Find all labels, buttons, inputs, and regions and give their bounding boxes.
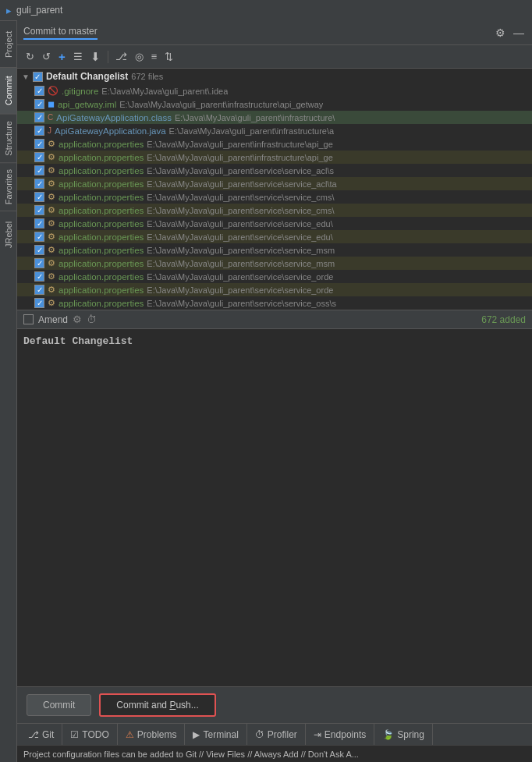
file-row[interactable]: ✓ ⚙ application.properties E:\Java\MyJav… [17, 137, 532, 151]
git-label: Git [42, 729, 54, 740]
status-tab-todo[interactable]: ☑ TODO [62, 724, 117, 745]
status-tab-terminal[interactable]: ▶ Terminal [185, 724, 246, 745]
file-row[interactable]: ✓ ⚙ application.properties E:\Java\MyJav… [17, 204, 532, 217]
file-type-icon: ⚙ [48, 285, 55, 295]
changelist-header[interactable]: ▼ ✓ Default Changelist 672 files [17, 69, 532, 84]
add-btn[interactable]: + [56, 48, 68, 65]
file-checkbox[interactable]: ✓ [34, 205, 44, 215]
git-icon: ⎇ [28, 729, 39, 740]
app-title: guli_parent [16, 5, 62, 16]
file-row[interactable]: ✓ ⚙ application.properties E:\Java\MyJav… [17, 230, 532, 243]
file-type-icon: ⚙ [48, 271, 55, 282]
file-checkbox[interactable]: ✓ [34, 165, 44, 175]
file-checkbox[interactable]: ✓ [34, 285, 44, 295]
commit-and-push-button[interactable]: Commit and Push... [99, 693, 215, 717]
file-checkbox[interactable]: ✓ [34, 258, 44, 268]
amend-row: Amend ⚙ ⏱ [23, 314, 97, 325]
amend-checkbox[interactable] [23, 314, 34, 324]
commit-push-label: Commit and Push... [116, 700, 198, 711]
amend-history-icon[interactable]: ⏱ [87, 314, 97, 325]
file-checkbox[interactable]: ✓ [34, 139, 44, 149]
file-checkbox[interactable]: ✓ [34, 192, 44, 202]
file-row[interactable]: ✓ ⚙ application.properties E:\Java\MyJav… [17, 190, 532, 204]
undo-btn[interactable]: ↺ [40, 49, 53, 64]
file-checkbox[interactable]: ✓ [34, 179, 44, 189]
amend-label[interactable]: Amend [38, 314, 68, 325]
file-name: application.properties [59, 232, 144, 242]
file-path: E:\Java\MyJava\guli_parent\service\servi… [147, 179, 336, 189]
sidebar-tab-favorites[interactable]: Favorites [0, 162, 16, 211]
file-checkbox[interactable]: ✓ [34, 152, 44, 162]
sidebar-tab-project[interactable]: Project [0, 20, 16, 67]
settings-icon[interactable]: ⚙ [494, 25, 507, 41]
push-underline: P [169, 700, 176, 711]
title-bar: ▸ guli_parent [0, 0, 532, 20]
sidebar-tab-commit[interactable]: Commit [0, 67, 16, 114]
file-name: application.properties [59, 285, 144, 295]
file-checkbox[interactable]: ✓ [34, 112, 44, 122]
file-type-icon: ⚙ [48, 258, 55, 268]
file-row[interactable]: ✓ ⚙ application.properties E:\Java\MyJav… [17, 177, 532, 190]
branch-btn[interactable]: ⎇ [113, 49, 129, 64]
sidebar-tab-jrebel[interactable]: JRebel [0, 211, 16, 257]
file-row[interactable]: ✓ ⚙ application.properties E:\Java\MyJav… [17, 217, 532, 230]
problems-icon: ⚠ [126, 729, 134, 740]
changelist-checkbox[interactable]: ✓ [33, 72, 43, 82]
file-checkbox[interactable]: ✓ [34, 99, 44, 109]
toolbar: ↻ ↺ + ☰ ⬇ ⎇ ◎ ≡ ⇅ [17, 45, 532, 69]
file-row[interactable]: ✓ ⚙ application.properties E:\Java\MyJav… [17, 151, 532, 164]
file-checkbox[interactable]: ✓ [34, 271, 44, 282]
download-btn[interactable]: ⬇ [88, 48, 103, 66]
search-btn[interactable]: ◎ [133, 49, 146, 64]
file-type-icon: ⚙ [48, 298, 55, 308]
file-type-icon: 🚫 [48, 86, 59, 96]
file-checkbox[interactable]: ✓ [34, 126, 44, 136]
commit-message-area[interactable]: Default Changelist [17, 329, 532, 686]
status-tab-git[interactable]: ⎇ Git [20, 724, 62, 745]
file-checkbox[interactable]: ✓ [34, 298, 44, 308]
file-row[interactable]: ✓ ⚙ application.properties E:\Java\MyJav… [17, 283, 532, 296]
left-sidebar: Project Commit Structure Favorites JRebe… [0, 20, 17, 762]
file-row[interactable]: ✓ ⚙ application.properties E:\Java\MyJav… [17, 243, 532, 257]
terminal-icon: ▶ [193, 729, 200, 740]
file-count: 672 added [481, 314, 526, 325]
app-icon: ▸ [6, 5, 12, 16]
file-row[interactable]: ✓ ⚙ application.properties E:\Java\MyJav… [17, 257, 532, 270]
file-path: E:\Java\MyJava\guli_parent\service\servi… [147, 219, 332, 229]
file-row[interactable]: ✓ ⚙ application.properties E:\Java\MyJav… [17, 296, 532, 310]
file-path: E:\Java\MyJava\guli_parent\infrastructur… [169, 126, 335, 136]
file-path: E:\Java\MyJava\guli_parent\service\servi… [147, 232, 332, 242]
file-row[interactable]: ✓ 🚫 .gitignore E:\Java\MyJava\guli_paren… [17, 84, 532, 97]
commit-message-text[interactable]: Default Changelist [23, 335, 526, 347]
file-path: E:\Java\MyJava\guli_parent\service\servi… [147, 299, 336, 308]
file-path: E:\Java\MyJava\guli_parent\service\servi… [147, 285, 333, 295]
file-row[interactable]: ✓ ◼ api_getway.iml E:\Java\MyJava\guli_p… [17, 97, 532, 111]
file-row[interactable]: ✓ ⚙ application.properties E:\Java\MyJav… [17, 270, 532, 283]
file-name: ApiGatewayApplication.class [56, 113, 172, 122]
refresh-btn[interactable]: ↻ [23, 49, 37, 64]
file-type-icon: ⚙ [48, 245, 55, 255]
file-row[interactable]: ✓ J ApiGatewayApplication.java E:\Java\M… [17, 124, 532, 137]
expand-btn[interactable]: ⇅ [162, 49, 176, 64]
minimize-icon[interactable]: — [512, 25, 526, 41]
sidebar-tab-structure[interactable]: Structure [0, 114, 16, 162]
file-list-container[interactable]: ▼ ✓ Default Changelist 672 files ✓ 🚫 .gi… [17, 69, 532, 310]
amend-settings-icon[interactable]: ⚙ [73, 314, 82, 325]
status-tab-problems[interactable]: ⚠ Problems [118, 724, 186, 745]
content-area: Commit to master ⚙ — ↻ ↺ + ☰ ⬇ ⎇ ◎ ≡ ⇅ ▼… [17, 20, 532, 762]
status-tab-spring[interactable]: 🍃 Spring [374, 724, 433, 745]
file-checkbox[interactable]: ✓ [34, 218, 44, 229]
file-checkbox[interactable]: ✓ [34, 232, 44, 242]
list-btn[interactable]: ☰ [71, 49, 85, 64]
commit-button[interactable]: Commit [27, 694, 91, 716]
file-row[interactable]: ✓ ⚙ application.properties E:\Java\MyJav… [17, 164, 532, 177]
file-path: E:\Java\MyJava\guli_parent\service\servi… [147, 259, 335, 268]
file-row[interactable]: ✓ C ApiGatewayApplication.class E:\Java\… [17, 111, 532, 124]
status-tab-profiler[interactable]: ⏱ Profiler [247, 724, 306, 745]
todo-label: TODO [82, 729, 108, 740]
filter-btn[interactable]: ≡ [149, 49, 160, 64]
file-checkbox[interactable]: ✓ [34, 245, 44, 255]
spring-label: Spring [397, 729, 424, 740]
status-tab-endpoints[interactable]: ⇥ Endpoints [306, 724, 374, 745]
file-checkbox[interactable]: ✓ [34, 86, 44, 96]
